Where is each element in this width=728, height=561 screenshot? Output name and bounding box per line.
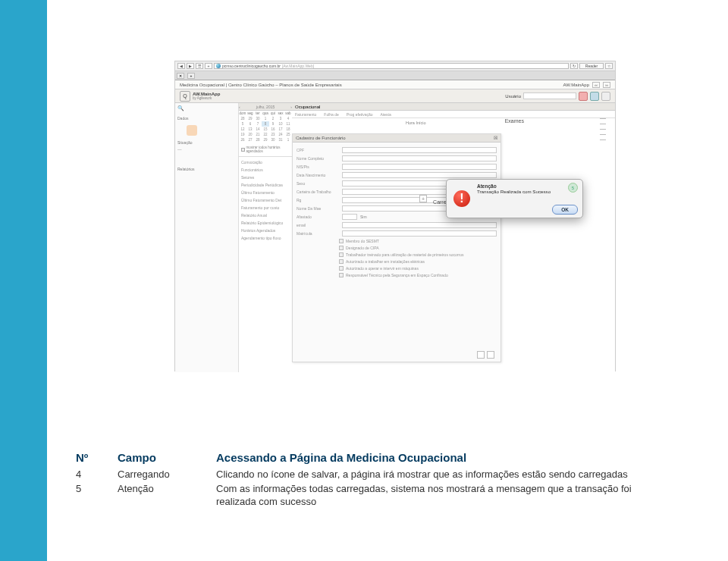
breadcrumb-text: Medicina Ocupacional | Centro Clínico Ga… bbox=[180, 83, 342, 87]
nome-input[interactable] bbox=[342, 155, 497, 161]
cadastro-title: Cadastro de Funcionário bbox=[296, 134, 346, 142]
reader-button[interactable]: Reader bbox=[579, 63, 604, 69]
report-item[interactable]: Agendamento tipo fluxo bbox=[239, 234, 292, 242]
calendar-month[interactable]: ‹julho, 2015› bbox=[239, 103, 292, 111]
email-input[interactable] bbox=[342, 222, 497, 228]
app-header: Q AW.MainApp by Agilework Usuário bbox=[175, 89, 615, 103]
grid-button[interactable]: ☰ bbox=[196, 63, 203, 69]
panel-tabs: FaturamentoFolha deProg efetivaçãoAtesta bbox=[292, 111, 615, 118]
report-item[interactable]: Funcionários bbox=[239, 166, 292, 174]
cadastro-checkbox[interactable]: Trabalhador treinado para utilização de … bbox=[339, 252, 497, 257]
th-num: Nº bbox=[76, 451, 118, 464]
expand-icon[interactable]: + bbox=[419, 195, 427, 202]
cadastro-checkbox[interactable]: Designado de CIPA bbox=[339, 246, 497, 250]
instruction-table: Nº Campo Acessando a Página da Medicina … bbox=[76, 451, 667, 510]
sidebar-situacao: Situação bbox=[177, 140, 236, 145]
cadastro-checkbox[interactable]: Membro do SESMT bbox=[339, 239, 497, 243]
cadastro-checkbox[interactable]: Autorizado a operar e intervir em máquin… bbox=[339, 266, 497, 271]
logo-icon: Q bbox=[180, 91, 190, 102]
breadcrumb-app: AW.MainApp bbox=[563, 83, 589, 87]
document-margin-strip bbox=[0, 0, 47, 561]
add-button[interactable]: + bbox=[205, 63, 212, 69]
alert-modal: + ! Atenção Transação Realizada com Suce… bbox=[446, 179, 583, 218]
save-icon[interactable] bbox=[477, 351, 485, 359]
left-sidebar: 🔍 Dados Situação — Relatórios bbox=[175, 103, 239, 372]
globe-icon bbox=[216, 64, 221, 68]
app-screenshot: ◀ ▶ ☰ + pcmso.centroclinicogaucho.com.br… bbox=[174, 61, 616, 371]
cadastro-checkbox[interactable]: Autorizado a trabalhar em instalações el… bbox=[339, 259, 497, 264]
help-icon[interactable] bbox=[590, 92, 599, 101]
tab[interactable]: Faturamento bbox=[295, 112, 316, 117]
cadastro-close-icon[interactable]: ☒ bbox=[494, 134, 497, 142]
report-list: ConvocaçãoFuncionáriosSetoresPeriodicida… bbox=[239, 156, 292, 242]
alert-icon: ! bbox=[453, 190, 470, 207]
tab-close-button[interactable]: ✕ bbox=[177, 73, 184, 79]
report-item[interactable]: Relatório Anual bbox=[239, 212, 292, 219]
reload-button[interactable]: ↻ bbox=[570, 63, 578, 69]
table-row: 4CarregandoClicando no ícone de salvar, … bbox=[76, 469, 667, 481]
matricula-input[interactable] bbox=[342, 230, 497, 237]
ok-button[interactable]: OK bbox=[552, 205, 578, 215]
sidebar-relatorios: Relatórios bbox=[177, 167, 236, 171]
back-button[interactable]: ◀ bbox=[177, 63, 185, 69]
user-input[interactable] bbox=[523, 92, 576, 99]
cpf-input[interactable] bbox=[342, 147, 497, 153]
th-desc: Acessando a Página da Medicina Ocupacion… bbox=[216, 451, 667, 464]
report-item[interactable]: Horários Agendados bbox=[239, 227, 292, 234]
exams-label: Exames bbox=[505, 118, 524, 124]
app-by: by Agilework bbox=[193, 96, 220, 100]
pager-next-icon[interactable]: ›› bbox=[603, 82, 610, 88]
sidebar-dados: Dados bbox=[177, 116, 236, 121]
forward-button[interactable]: ▶ bbox=[187, 63, 194, 69]
calendar-checkbox[interactable]: mostrar todos horários agendados bbox=[241, 146, 290, 153]
url-suffix: [Aw.MainApp.Web] bbox=[282, 64, 314, 69]
tab[interactable]: Prog efetivação bbox=[347, 112, 373, 117]
pager-prev-icon[interactable]: ‹‹ bbox=[592, 82, 600, 88]
report-item[interactable]: Último Faturamento Det bbox=[239, 196, 292, 204]
app-logo: Q AW.MainApp by Agilework bbox=[180, 91, 220, 102]
browser-toolbar: ◀ ▶ ☰ + pcmso.centroclinicogaucho.com.br… bbox=[175, 61, 615, 71]
cadastro-checkbox[interactable]: Responsável Técnico pela Segurança em Es… bbox=[339, 273, 497, 277]
report-item[interactable]: Faturamento por custo bbox=[239, 204, 292, 212]
cancel-icon[interactable] bbox=[487, 351, 494, 359]
th-campo: Campo bbox=[118, 451, 216, 464]
url-bar[interactable]: pcmso.centroclinicogaucho.com.br [Aw.Mai… bbox=[214, 63, 569, 69]
header-red-icon[interactable] bbox=[579, 92, 588, 101]
main-panel: Ocupacional FaturamentoFolha deProg efet… bbox=[292, 103, 615, 372]
bookmark-button[interactable]: ☆ bbox=[605, 63, 613, 69]
tab[interactable]: Folha de bbox=[324, 112, 338, 117]
tab-strip: ✕ + bbox=[175, 71, 615, 80]
cadastro-panel: Cadastro de Funcionário☒ CPFNome Complet… bbox=[292, 133, 501, 362]
table-row: 5AtençãoCom as informações todas carrega… bbox=[76, 483, 667, 509]
cadastro-footer-icons bbox=[477, 351, 494, 359]
breadcrumb: Medicina Ocupacional | Centro Clínico Ga… bbox=[175, 80, 615, 89]
report-item[interactable]: Convocação bbox=[239, 158, 292, 166]
data-input[interactable] bbox=[342, 172, 497, 178]
calendar-grid[interactable]: domsegterquaquisexsab2829301234567891011… bbox=[239, 111, 292, 143]
url-text: pcmso.centroclinicogaucho.com.br bbox=[222, 64, 281, 69]
panel-title: Ocupacional bbox=[292, 103, 615, 111]
report-item[interactable]: Relatório Epidemiológico bbox=[239, 219, 292, 227]
close-app-icon[interactable] bbox=[601, 92, 610, 101]
alert-message: Transação Realizada com Sucesso bbox=[477, 189, 578, 194]
report-item[interactable]: Periodicidade Periódicas bbox=[239, 181, 292, 189]
afastado-input[interactable] bbox=[342, 214, 357, 220]
tab-new-button[interactable]: + bbox=[187, 73, 195, 79]
report-item[interactable]: Último Faturamento bbox=[239, 189, 292, 196]
alert-title: Atenção bbox=[477, 183, 578, 189]
report-item[interactable]: Setores bbox=[239, 174, 292, 181]
hora-label: Hora Início bbox=[406, 121, 426, 125]
side-markers bbox=[600, 118, 606, 140]
alert-count: 5 bbox=[568, 183, 578, 193]
nis-input[interactable] bbox=[342, 164, 497, 170]
user-label: Usuário bbox=[505, 94, 521, 99]
calendar-column: ‹julho, 2015› domsegterquaquisexsab28293… bbox=[239, 103, 292, 372]
tab[interactable]: Atesta bbox=[381, 112, 391, 117]
content-area: 🔍 Dados Situação — Relatórios ‹julho, 20… bbox=[175, 103, 615, 372]
avatar bbox=[187, 125, 197, 136]
